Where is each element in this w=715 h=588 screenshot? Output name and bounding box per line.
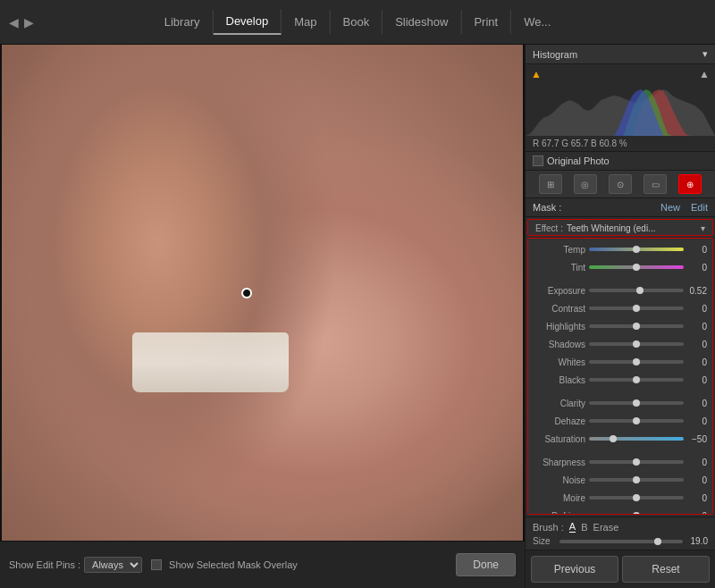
reset-button[interactable]: Reset bbox=[622, 556, 710, 583]
contrast-slider[interactable] bbox=[589, 307, 684, 310]
dehaze-slider-row: Dehaze 0 bbox=[528, 412, 712, 430]
histogram-area: ▲ ▲ bbox=[526, 64, 715, 136]
saturation-label: Saturation bbox=[534, 434, 589, 444]
nav-library[interactable]: Library bbox=[152, 10, 214, 34]
sharpness-label: Sharpness bbox=[534, 458, 589, 467]
whites-value: 0 bbox=[684, 357, 707, 367]
saturation-slider[interactable] bbox=[589, 437, 684, 441]
contrast-label: Contrast bbox=[534, 304, 589, 314]
nav-print[interactable]: Print bbox=[461, 10, 511, 34]
moire-label: Moire bbox=[534, 493, 589, 503]
whites-thumb[interactable] bbox=[633, 358, 640, 365]
nav-forward-icon[interactable]: ▶ bbox=[24, 15, 34, 29]
shadows-slider[interactable] bbox=[589, 342, 684, 346]
nav-develop[interactable]: Develop bbox=[214, 9, 282, 35]
tint-thumb[interactable] bbox=[633, 264, 640, 271]
highlights-thumb[interactable] bbox=[633, 323, 640, 330]
brush-b-button[interactable]: B bbox=[581, 522, 587, 533]
photo-canvas-container[interactable] bbox=[0, 45, 525, 541]
brush-a-button[interactable]: A bbox=[569, 521, 576, 533]
defringe-thumb[interactable] bbox=[633, 512, 640, 515]
contrast-thumb[interactable] bbox=[633, 305, 640, 312]
nav-arrows: ◀ ▶ bbox=[9, 15, 34, 29]
right-panel: Histogram ▾ ▲ ▲ R 67.7 G 65.7 B 60.8 % bbox=[525, 45, 715, 588]
moire-thumb[interactable] bbox=[633, 494, 640, 501]
tint-slider[interactable] bbox=[589, 265, 684, 269]
temp-slider[interactable] bbox=[589, 248, 684, 251]
histogram-header: Histogram ▾ bbox=[526, 45, 715, 64]
brush-section: Brush : A B Erase Size 19.0 bbox=[526, 517, 715, 550]
dehaze-label: Dehaze bbox=[534, 416, 589, 426]
nav-back-icon[interactable]: ◀ bbox=[9, 15, 19, 29]
highlights-label: Highlights bbox=[534, 322, 589, 332]
defringe-slider[interactable] bbox=[589, 514, 684, 515]
temp-thumb[interactable] bbox=[633, 246, 640, 253]
mask-new-button[interactable]: New bbox=[660, 202, 680, 213]
nav-web[interactable]: We... bbox=[511, 10, 563, 34]
crop-tool-icon[interactable]: ⊞ bbox=[539, 174, 562, 194]
sharpness-slider-row: Sharpness 0 bbox=[528, 453, 712, 471]
saturation-thumb[interactable] bbox=[610, 435, 617, 442]
defringe-label: Defringe bbox=[534, 511, 589, 516]
shadows-thumb[interactable] bbox=[633, 340, 640, 348]
show-edit-pins-group: Show Edit Pins : Always bbox=[9, 557, 142, 573]
noise-label: Noise bbox=[534, 475, 589, 485]
size-value: 19.0 bbox=[683, 536, 708, 546]
grad-filter-icon[interactable]: ▭ bbox=[644, 174, 667, 194]
adjustment-pin[interactable] bbox=[241, 288, 252, 298]
noise-thumb[interactable] bbox=[633, 476, 640, 483]
exposure-slider[interactable] bbox=[589, 289, 684, 292]
tool-icons-row: ⊞ ◎ ⊙ ▭ ⊕ bbox=[526, 171, 715, 198]
dehaze-thumb[interactable] bbox=[633, 417, 640, 424]
blacks-label: Blacks bbox=[534, 375, 589, 385]
clipping-shadows-icon[interactable]: ▲ bbox=[531, 68, 542, 80]
clipping-highlights-icon[interactable]: ▲ bbox=[699, 68, 710, 80]
dehaze-slider[interactable] bbox=[589, 419, 684, 423]
size-thumb[interactable] bbox=[654, 538, 661, 545]
redeye-icon[interactable]: ⊙ bbox=[609, 174, 632, 194]
whites-slider-row: Whites 0 bbox=[528, 353, 712, 371]
whites-slider[interactable] bbox=[589, 360, 684, 364]
bottom-bar: Show Edit Pins : Always Show Selected Ma… bbox=[0, 541, 525, 588]
mask-label: Mask : bbox=[533, 202, 561, 213]
exposure-label: Exposure bbox=[534, 286, 589, 296]
clarity-thumb[interactable] bbox=[633, 399, 640, 407]
tint-value: 0 bbox=[684, 263, 707, 273]
mask-overlay-checkbox[interactable] bbox=[151, 559, 162, 570]
histogram-expand-icon[interactable]: ▾ bbox=[702, 48, 708, 60]
brush-row: Brush : A B Erase bbox=[533, 521, 708, 533]
clarity-slider[interactable] bbox=[589, 401, 684, 405]
effect-dropdown-icon[interactable]: ▾ bbox=[701, 223, 705, 233]
photo-canvas bbox=[2, 45, 523, 541]
highlights-slider[interactable] bbox=[589, 324, 684, 328]
adjustment-brush-icon[interactable]: ⊕ bbox=[678, 174, 702, 194]
done-button[interactable]: Done bbox=[456, 553, 516, 576]
blacks-thumb[interactable] bbox=[633, 376, 640, 383]
mask-edit-button[interactable]: Edit bbox=[691, 202, 708, 213]
main-content: Show Edit Pins : Always Show Selected Ma… bbox=[0, 45, 715, 588]
moire-slider[interactable] bbox=[589, 496, 684, 500]
top-navigation: ◀ ▶ Library Develop Map Book Slideshow P… bbox=[0, 0, 715, 45]
blacks-slider[interactable] bbox=[589, 378, 684, 382]
tint-slider-row: Tint 0 bbox=[528, 258, 712, 276]
effect-name[interactable]: Teeth Whitening (edi... bbox=[567, 223, 656, 233]
noise-value: 0 bbox=[684, 475, 707, 485]
always-select[interactable]: Always bbox=[84, 557, 142, 573]
shadows-label: Shadows bbox=[534, 340, 589, 349]
nav-map[interactable]: Map bbox=[282, 10, 330, 34]
spot-removal-icon[interactable]: ◎ bbox=[574, 174, 597, 194]
temp-label: Temp bbox=[534, 245, 589, 255]
previous-button[interactable]: Previous bbox=[531, 556, 618, 583]
sharpness-value: 0 bbox=[684, 458, 707, 467]
size-slider[interactable] bbox=[559, 540, 683, 543]
sharpness-thumb[interactable] bbox=[633, 458, 640, 466]
original-photo-checkbox[interactable] bbox=[533, 155, 543, 166]
nav-book[interactable]: Book bbox=[331, 10, 383, 34]
exposure-thumb[interactable] bbox=[636, 287, 644, 294]
nav-slideshow[interactable]: Slideshow bbox=[383, 10, 461, 34]
brush-erase-button[interactable]: Erase bbox=[593, 522, 619, 533]
teeth-overlay bbox=[132, 332, 289, 392]
noise-slider[interactable] bbox=[589, 478, 684, 482]
sharpness-slider[interactable] bbox=[589, 460, 684, 464]
sliders-area: Temp 0 Tint 0 Exposure bbox=[527, 238, 713, 515]
